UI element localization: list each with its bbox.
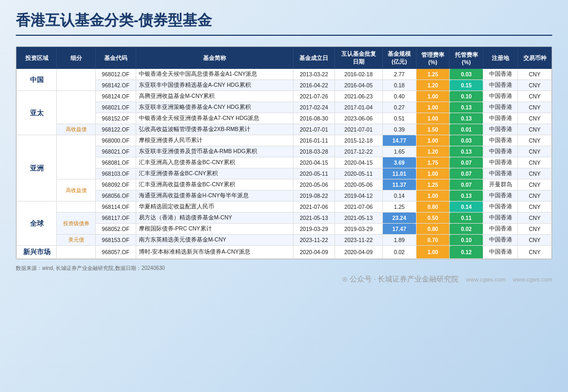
domicile: 中国香港 [483, 190, 518, 202]
watermark-url2: www.cgws.com [513, 276, 552, 283]
header-subcat: 细分 [57, 47, 96, 69]
custody-fee: 0.14 [450, 202, 483, 213]
approve-date: 2020-04-15 [334, 157, 382, 168]
watermark-url1: www.cgws.com [466, 276, 505, 283]
fund-code: 968117.OF [95, 213, 136, 224]
watermark-brand: ⊙ 公众号 · 长城证券产业金融研究院 [342, 275, 461, 283]
currency: CNY [518, 135, 552, 146]
mgmt-fee: 1.75 [416, 157, 450, 168]
header-mgmt: 管理费率(%) [416, 47, 450, 69]
fund-code: 968114.OF [95, 202, 136, 213]
mgmt-fee: 1.25 [416, 69, 450, 80]
mgmt-fee: 1.00 [416, 91, 450, 102]
mgmt-fee: 1.20 [416, 146, 450, 157]
footer-watermark: ⊙ 公众号 · 长城证券产业金融研究院 www.cgws.com www.cgw… [16, 275, 552, 284]
fund-name: 汇丰亚洲高入息债券基金BC-CNY累积 [136, 157, 293, 168]
domicile: 中国香港 [483, 124, 518, 135]
fund-name: 摩根亚洲债券人民币累计 [136, 135, 293, 146]
establish-date: 2020-05-11 [293, 168, 334, 179]
custody-fee: 0.13 [450, 190, 483, 202]
fund-code: 968056.OF [95, 190, 136, 202]
currency: CNY [518, 69, 552, 80]
header-region: 投资区域 [17, 47, 57, 69]
custody-fee: 0.10 [450, 235, 483, 246]
fund-scale: 3.69 [382, 157, 416, 168]
table-row: 968152.OF中银香港全天候亚洲债券基金A7-CNY HDG派息2016-0… [17, 113, 552, 124]
approve-date: 2021-07-06 [334, 202, 382, 213]
currency: CNY [518, 102, 552, 113]
establish-date: 2019-03-29 [293, 224, 334, 235]
mgmt-fee: 1.00 [416, 102, 450, 113]
table-row: 中国968012.OF中银香港全天候中国高息债券基金A1-CNY派息2013-0… [17, 69, 552, 80]
domicile: 中国香港 [483, 80, 518, 91]
custody-fee: 0.13 [450, 102, 483, 113]
domicile: 中国香港 [483, 235, 518, 246]
fund-code: 968021.OF [95, 146, 136, 157]
fund-code: 968122.OF [95, 124, 136, 135]
fund-name: 华夏精选固定收益配置人民币 [136, 202, 293, 213]
domicile: 中国香港 [483, 157, 518, 168]
domicile: 中国香港 [483, 135, 518, 146]
custody-fee: 0.12 [450, 246, 483, 259]
currency: CNY [518, 80, 552, 91]
subcat-cell [57, 202, 96, 213]
mgmt-fee: 1.00 [416, 168, 450, 179]
fund-name: 摩根国际债券-PRC CNY累计 [136, 224, 293, 235]
approve-date: 2021-07-01 [334, 124, 382, 135]
custody-fee: 0.13 [450, 113, 483, 124]
table-row: 968081.OF汇丰亚洲高入息债券基金BC-CNY累积2020-04-1520… [17, 157, 552, 168]
domicile: 中国香港 [483, 69, 518, 80]
fund-code: 968153.OF [95, 235, 136, 246]
header-currency: 交易币种 [518, 47, 552, 69]
mgmt-fee: 1.50 [416, 124, 450, 135]
footer-source: 数据来源：wind, 长城证券产业金融研究院,数据日期：20240630 [16, 265, 165, 271]
fund-name: 弘收高收益波幅管理债券基金2XB-RMB累计 [136, 124, 293, 135]
establish-date: 2021-07-01 [293, 124, 334, 135]
fund-name: 东亚联丰中国债券精选基金A-CNY HDG累积 [136, 80, 293, 91]
approve-date: 2017-01-04 [334, 102, 382, 113]
fund-code: 968124.OF [95, 91, 136, 102]
establish-date: 2016-04-22 [293, 80, 334, 91]
approve-date: 2016-04-05 [334, 80, 382, 91]
establish-date: 2016-01-11 [293, 135, 334, 146]
approve-date: 2020-05-06 [334, 179, 382, 190]
establish-date: 2021-05-13 [293, 213, 334, 224]
header-approve: 互认基金批复日期 [334, 47, 382, 69]
fund-scale: 14.77 [382, 135, 416, 146]
fund-scale: 1.65 [382, 146, 416, 157]
subcat-cell: 投资级债券 [57, 213, 96, 235]
domicile: 中国香港 [483, 113, 518, 124]
approve-date: 2016-02-18 [334, 69, 382, 80]
fund-code: 968081.OF [95, 157, 136, 168]
approve-date: 2020-04-09 [334, 246, 382, 259]
domicile: 中国香港 [483, 168, 518, 179]
subcat-cell: 美元债 [57, 235, 96, 246]
approve-date: 2023-11-22 [334, 235, 382, 246]
subcat-cell: 高收益债 [57, 124, 96, 135]
fund-scale: 0.39 [382, 124, 416, 135]
header-scale: 基金规模(亿元) [382, 47, 416, 69]
fund-code: 968012.OF [95, 69, 136, 80]
mgmt-fee: 1.25 [416, 179, 450, 190]
currency: CNY [518, 235, 552, 246]
custody-fee: 0.03 [450, 69, 483, 80]
fund-name: 南方东英精选美元债券基金M-CNY [136, 235, 293, 246]
fund-code: 968092.OF [95, 179, 136, 190]
fund-scale: 1.89 [382, 235, 416, 246]
subcat-cell [57, 91, 96, 124]
mgmt-fee: 0.70 [416, 235, 450, 246]
establish-date: 2017-02-24 [293, 102, 334, 113]
custody-fee: 0.07 [450, 168, 483, 179]
fund-code: 968152.OF [95, 113, 136, 124]
approve-date: 2019-04-12 [334, 190, 382, 202]
fund-scale: 11.37 [382, 179, 416, 190]
custody-fee: 0.03 [450, 135, 483, 146]
page-title: 香港互认基金分类-债券型基金 [16, 11, 552, 36]
fund-scale: 23.24 [382, 213, 416, 224]
approve-date: 2020-05-11 [334, 168, 382, 179]
fund-scale: 17.47 [382, 224, 416, 235]
footer: 数据来源：wind, 长城证券产业金融研究院,数据日期：20240630 [16, 265, 552, 272]
fund-name: 博时-安本标准精选新兴市场债券A-CNY派息 [136, 246, 293, 259]
header-code: 基金代码 [95, 47, 136, 69]
domicile: 中国香港 [483, 213, 518, 224]
